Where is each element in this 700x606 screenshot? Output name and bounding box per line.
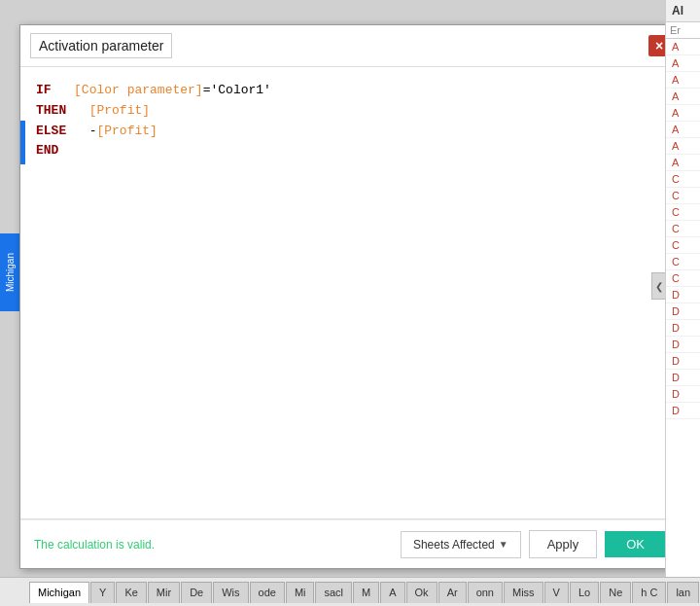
keyword-if: IF (36, 83, 52, 97)
ok-button[interactable]: OK (605, 531, 666, 557)
right-panel-item[interactable]: C (666, 188, 700, 204)
right-panel-item[interactable]: C (666, 204, 700, 221)
left-sidebar-strip: Michigan (0, 233, 19, 311)
collapse-panel-button[interactable]: ❮ (651, 272, 665, 300)
apply-button[interactable]: Apply (529, 530, 598, 558)
sheet-tab[interactable]: h C (632, 582, 666, 603)
sheet-tab[interactable]: Miss (504, 582, 543, 603)
right-panel-item[interactable]: A (666, 89, 700, 105)
caret-icon: ▼ (499, 539, 508, 550)
right-panel-item[interactable]: D (666, 353, 700, 370)
right-panel-header: Al (666, 0, 700, 22)
right-panel-item[interactable]: D (666, 337, 700, 353)
code-line-3: ELSE -[Profit] (36, 122, 664, 142)
right-panel-item[interactable]: C (666, 221, 700, 237)
right-panel-item[interactable]: A (666, 138, 700, 155)
right-panel-item[interactable]: C (666, 237, 700, 254)
sheet-tab[interactable]: Ar (438, 582, 467, 603)
sheet-tab[interactable]: A (380, 582, 404, 603)
dialog-title: Activation parameter (30, 33, 172, 58)
right-panel-item[interactable]: C (666, 254, 700, 270)
sheet-tab[interactable]: Ke (116, 582, 146, 603)
sheets-affected-button[interactable]: Sheets Affected ▼ (401, 531, 521, 558)
highlight-bar (20, 121, 25, 164)
sheet-tab[interactable]: Mi (286, 582, 315, 603)
field-profit-else: [Profit] (96, 124, 157, 138)
field-profit-then: [Profit] (89, 103, 150, 118)
sheet-tab[interactable]: M (353, 582, 379, 603)
calculation-dialog: Activation parameter × IF [Color paramet… (19, 24, 681, 569)
right-panel-item[interactable]: C (666, 171, 700, 188)
sheet-tab[interactable]: lan (667, 582, 699, 603)
right-panel-item[interactable]: A (666, 55, 700, 72)
right-panel-item[interactable]: A (666, 39, 700, 55)
right-panel-item[interactable]: D (666, 303, 700, 320)
sheet-tab[interactable]: Y (90, 582, 115, 603)
footer-actions: Sheets Affected ▼ Apply OK (401, 530, 666, 558)
sheet-tabs: MichiganYKeMirDeWisodeMisaclMAOkAronnMis… (0, 577, 700, 606)
keyword-then: THEN (36, 103, 66, 118)
right-panel: Al Er AAAAAAAACCCCCCCDDDDDDDD (665, 0, 700, 577)
code-editor[interactable]: IF [Color parameter]='Color1' THEN [Prof… (20, 67, 680, 519)
keyword-else: ELSE (36, 124, 66, 138)
sheet-tab[interactable]: Mir (148, 582, 180, 603)
sheet-tab[interactable]: Lo (570, 582, 599, 603)
sheet-tab[interactable]: ode (250, 582, 285, 603)
right-panel-item[interactable]: A (666, 155, 700, 171)
right-panel-item[interactable]: A (666, 105, 700, 122)
keyword-end: END (36, 143, 58, 158)
field-color-param: [Color parameter] (74, 83, 203, 97)
sheet-tab[interactable]: Ne (600, 582, 631, 603)
dialog-header: Activation parameter × (20, 25, 680, 67)
left-strip-label: Michigan (5, 253, 16, 292)
right-panel-item[interactable]: D (666, 287, 700, 303)
status-text: The calculation is valid. (34, 538, 155, 552)
right-panel-item[interactable]: D (666, 320, 700, 337)
sheet-tab[interactable]: sacl (315, 582, 352, 603)
right-panel-search[interactable]: Er (666, 22, 700, 39)
right-panel-item[interactable]: D (666, 370, 700, 386)
sheet-tab[interactable]: Ok (406, 582, 438, 603)
sheet-tab[interactable]: De (181, 582, 212, 603)
right-panel-item[interactable]: D (666, 386, 700, 403)
sheet-tab[interactable]: Wis (213, 582, 248, 603)
sheet-tab[interactable]: onn (468, 582, 503, 603)
right-panel-item[interactable]: A (666, 72, 700, 89)
right-panel-item[interactable]: C (666, 270, 700, 287)
sheet-tab[interactable]: V (544, 582, 569, 603)
sheet-tab[interactable]: Michigan (29, 582, 89, 603)
code-line-1: IF [Color parameter]='Color1' (36, 81, 664, 101)
code-line-4: END (36, 141, 664, 161)
right-panel-item[interactable]: A (666, 122, 700, 138)
right-panel-items: AAAAAAAACCCCCCCDDDDDDDD (666, 39, 700, 419)
code-line-2: THEN [Profit] (36, 101, 664, 122)
dialog-footer: The calculation is valid. Sheets Affecte… (20, 519, 680, 568)
right-panel-item[interactable]: D (666, 403, 700, 419)
